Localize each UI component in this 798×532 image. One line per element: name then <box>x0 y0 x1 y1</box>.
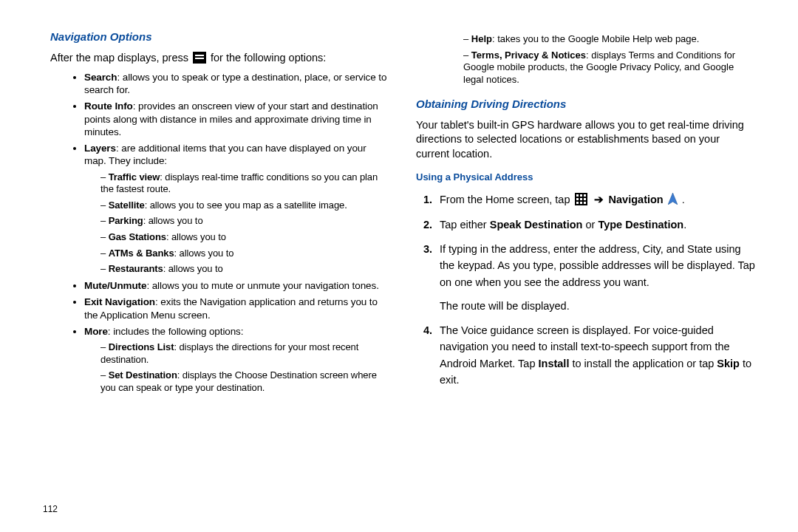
list-item: Help: takes you to the Google Mobile Hel… <box>463 33 755 46</box>
svg-marker-0 <box>668 193 678 205</box>
steps-list: From the Home screen, tap ➔ Navigation .… <box>435 191 755 389</box>
list-item: The Voice guidance screen is displayed. … <box>435 322 755 389</box>
list-item: Route Info: provides an onscreen view of… <box>84 100 389 138</box>
list-item: If typing in the address, enter the addr… <box>435 241 755 315</box>
list-item: Terms, Privacy & Notices: displays Terms… <box>463 50 755 86</box>
list-item: Satellite: allows you to see you map as … <box>100 200 389 212</box>
left-column: Navigation Options After the map display… <box>37 30 403 517</box>
list-item: Parking: allows you to <box>100 215 389 228</box>
page-number: 112 <box>43 504 58 514</box>
list-item: Traffic view: displays real-time traffic… <box>100 171 389 196</box>
list-item: Mute/Unmute: allows you to mute or unmut… <box>84 279 389 292</box>
list-item: Set Destination: displays the Choose Des… <box>100 369 389 394</box>
list-item: Tap either Speak Destination or Type Des… <box>435 216 755 233</box>
heading-navigation-options: Navigation Options <box>50 30 389 44</box>
list-item: Directions List: displays the directions… <box>100 341 389 366</box>
list-item: Layers: are additional items that you ca… <box>84 142 389 276</box>
right-column: Help: takes you to the Google Mobile Hel… <box>403 30 768 517</box>
list-item: ATMs & Banks: allows you to <box>100 248 389 260</box>
more-sublist: Directions List: displays the directions… <box>100 341 389 395</box>
list-item: Search: allows you to speak or type a de… <box>84 71 389 97</box>
intro-line: After the map displays, press for the fo… <box>50 51 389 65</box>
list-item: More: includes the following options: Di… <box>84 325 389 395</box>
subheading-physical-address: Using a Physical Address <box>416 171 755 184</box>
directions-intro: Your tablet's built-in GPS hardware allo… <box>416 118 755 162</box>
list-item: Exit Navigation: exits the Navigation ap… <box>84 296 389 321</box>
heading-obtaining-directions: Obtaining Driving Directions <box>416 97 755 111</box>
arrow-icon: ➔ <box>594 194 604 205</box>
menu-icon <box>193 52 206 64</box>
more-sublist-cont: Help: takes you to the Google Mobile Hel… <box>463 33 755 86</box>
list-item: From the Home screen, tap ➔ Navigation . <box>435 191 755 209</box>
list-item: Gas Stations: allows you to <box>100 231 389 244</box>
list-item: Restaurants: allows you to <box>100 263 389 276</box>
options-list: Search: allows you to speak or type a de… <box>84 71 389 395</box>
apps-grid-icon <box>575 193 587 205</box>
layers-sublist: Traffic view: displays real-time traffic… <box>100 171 389 276</box>
navigation-arrow-icon <box>668 193 678 209</box>
